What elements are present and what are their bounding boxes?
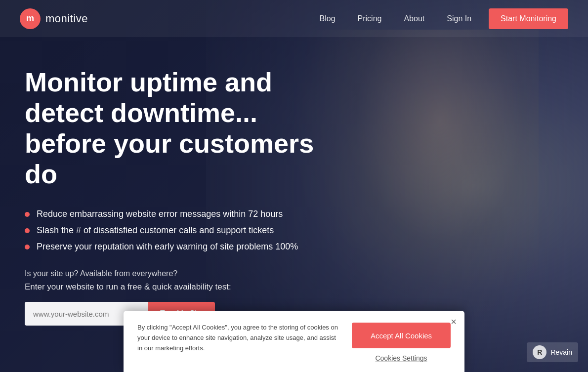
navbar: m monitive Blog Pricing About Sign In St… xyxy=(0,0,588,37)
cookie-body: By clicking "Accept All Cookies", you ag… xyxy=(137,323,451,362)
bullet-1: Reduce embarrassing website error messag… xyxy=(25,209,321,219)
bullet-dot-2 xyxy=(25,228,30,233)
cookies-settings-button[interactable]: Cookies Settings xyxy=(375,354,427,362)
start-monitoring-button[interactable]: Start Monitoring xyxy=(489,8,568,29)
bullet-3: Preserve your reputation with early warn… xyxy=(25,242,321,252)
cookie-actions: Accept All Cookies Cookies Settings xyxy=(352,323,451,362)
cookie-text: By clicking "Accept All Cookies", you ag… xyxy=(137,323,340,353)
nav-about[interactable]: About xyxy=(394,10,434,27)
logo-icon: m xyxy=(20,8,41,29)
nav-links: Blog Pricing About Sign In Start Monitor… xyxy=(310,8,569,29)
accept-all-cookies-button[interactable]: Accept All Cookies xyxy=(352,323,451,348)
bullet-2: Slash the # of dissatisfied customer cal… xyxy=(25,225,321,236)
nav-signin[interactable]: Sign In xyxy=(437,10,481,27)
revain-icon: R xyxy=(533,345,546,359)
hero-subtitle: Enter your website to run a free & quick… xyxy=(25,282,321,292)
cookie-modal: × By clicking "Accept All Cookies", you … xyxy=(124,311,464,372)
nav-blog[interactable]: Blog xyxy=(310,10,345,27)
hero-title: Monitor uptime and detect downtime... be… xyxy=(25,67,321,189)
bullet-dot-3 xyxy=(25,245,30,249)
bullet-dot-1 xyxy=(25,212,30,217)
logo-text: monitive xyxy=(45,12,88,25)
cookie-close-button[interactable]: × xyxy=(451,317,457,327)
logo[interactable]: m monitive xyxy=(20,8,88,29)
hero-bullets: Reduce embarrassing website error messag… xyxy=(25,209,321,252)
hero-question: Is your site up? Available from everywhe… xyxy=(25,269,321,278)
nav-pricing[interactable]: Pricing xyxy=(348,10,392,27)
revain-badge: R Revain xyxy=(527,342,578,362)
revain-text: Revain xyxy=(550,348,572,356)
